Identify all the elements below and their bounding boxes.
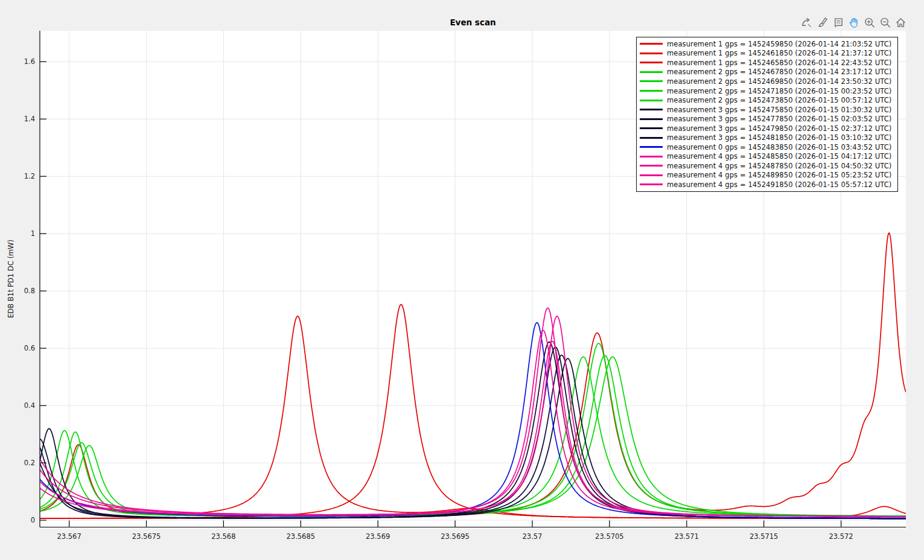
legend-label: measurement 3 gps = 1452475850 (2026-01-… xyxy=(667,106,891,114)
legend-label: measurement 1 gps = 1452465850 (2026-01-… xyxy=(667,59,891,67)
x-tick-label: 23.5685 xyxy=(287,532,316,541)
legend-swatch xyxy=(640,165,663,167)
data-tips-icon xyxy=(832,17,844,28)
legend-item: measurement 4 gps = 1452489850 (2026-01-… xyxy=(640,171,894,180)
y-tick-label: 0.6 xyxy=(24,344,35,352)
zoom-in-button[interactable] xyxy=(863,16,876,29)
legend-label: measurement 3 gps = 1452477850 (2026-01-… xyxy=(667,115,891,123)
legend-item: measurement 2 gps = 1452469850 (2026-01-… xyxy=(640,77,894,86)
x-tick-label: 23.569 xyxy=(366,532,390,541)
legend-label: measurement 1 gps = 1452459850 (2026-01-… xyxy=(667,40,891,48)
legend-label: measurement 2 gps = 1452471850 (2026-01-… xyxy=(667,87,891,95)
y-tick-label: 1.6 xyxy=(24,57,35,66)
y-axis-label: EDB B1t PD1 DC (mW) xyxy=(7,158,15,399)
legend-label: measurement 4 gps = 1452487850 (2026-01-… xyxy=(667,162,891,170)
legend-label: measurement 0 gps = 1452483850 (2026-01-… xyxy=(667,143,891,151)
x-tick-label: 23.571 xyxy=(675,532,699,541)
legend-label: measurement 4 gps = 1452491850 (2026-01-… xyxy=(667,180,891,189)
legend-item: measurement 1 gps = 1452465850 (2026-01-… xyxy=(640,58,894,68)
x-tick-label: 23.5715 xyxy=(750,532,779,541)
export-icon xyxy=(801,17,812,28)
y-tick-label: 1 xyxy=(31,229,35,238)
x-tick-label: 23.5675 xyxy=(132,532,161,541)
x-tick-label: 23.5695 xyxy=(441,532,470,541)
legend: measurement 1 gps = 1452459850 (2026-01-… xyxy=(636,37,898,192)
legend-item: measurement 4 gps = 1452491850 (2026-01-… xyxy=(640,180,894,189)
legend-label: measurement 4 gps = 1452489850 (2026-01-… xyxy=(667,171,891,179)
legend-item: measurement 1 gps = 1452459850 (2026-01-… xyxy=(640,39,894,49)
x-tick-label: 23.57 xyxy=(523,532,543,541)
legend-label: measurement 1 gps = 1452461850 (2026-01-… xyxy=(667,49,891,57)
legend-label: measurement 2 gps = 1452467850 (2026-01-… xyxy=(667,68,891,76)
legend-swatch xyxy=(640,80,663,82)
zoom-in-icon xyxy=(864,17,875,28)
legend-label: measurement 2 gps = 1452469850 (2026-01-… xyxy=(667,77,891,86)
y-tick-label: 1.2 xyxy=(24,172,35,180)
data-tips-button[interactable] xyxy=(832,16,844,29)
x-tick-label: 23.5705 xyxy=(595,532,624,541)
plot-toolbar xyxy=(800,16,907,29)
x-tick-label: 23.567 xyxy=(57,532,81,541)
legend-swatch xyxy=(640,127,663,129)
figure: 23.56723.567523.56823.568523.56923.56952… xyxy=(0,0,924,560)
export-button[interactable] xyxy=(800,16,813,29)
legend-item: measurement 2 gps = 1452467850 (2026-01-… xyxy=(640,68,894,77)
legend-swatch xyxy=(640,62,663,63)
legend-item: measurement 1 gps = 1452461850 (2026-01-… xyxy=(640,49,894,59)
y-tick-label: 1.4 xyxy=(24,115,35,123)
brush-button[interactable] xyxy=(816,16,829,29)
x-tick-label: 23.568 xyxy=(211,532,235,541)
legend-swatch xyxy=(640,118,663,120)
legend-swatch xyxy=(640,90,663,92)
legend-swatch xyxy=(640,183,663,185)
legend-swatch xyxy=(640,156,663,158)
legend-item: measurement 3 gps = 1452477850 (2026-01-… xyxy=(640,114,894,124)
zoom-out-icon xyxy=(879,17,891,28)
chart-title: Even scan xyxy=(40,18,906,27)
legend-item: measurement 3 gps = 1452481850 (2026-01-… xyxy=(640,133,894,142)
legend-label: measurement 3 gps = 1452481850 (2026-01-… xyxy=(667,133,891,142)
pan-icon xyxy=(848,17,859,28)
home-icon xyxy=(895,17,906,28)
legend-item: measurement 2 gps = 1452473850 (2026-01-… xyxy=(640,95,894,105)
legend-label: measurement 4 gps = 1452485850 (2026-01-… xyxy=(667,152,891,161)
legend-swatch xyxy=(640,109,663,110)
brush-icon xyxy=(817,17,828,28)
zoom-out-button[interactable] xyxy=(879,16,891,29)
legend-label: measurement 2 gps = 1452473850 (2026-01-… xyxy=(667,96,891,104)
legend-item: measurement 3 gps = 1452479850 (2026-01-… xyxy=(640,124,894,133)
x-tick-label: 23.572 xyxy=(829,532,853,541)
legend-swatch xyxy=(640,52,663,54)
legend-swatch xyxy=(640,43,663,45)
legend-label: measurement 3 gps = 1452479850 (2026-01-… xyxy=(667,124,891,133)
legend-item: measurement 3 gps = 1452475850 (2026-01-… xyxy=(640,105,894,115)
y-tick-label: 0.8 xyxy=(24,287,35,295)
legend-swatch xyxy=(640,137,663,139)
pan-button[interactable] xyxy=(847,16,860,29)
legend-swatch xyxy=(640,100,663,101)
legend-item: measurement 4 gps = 1452485850 (2026-01-… xyxy=(640,152,894,162)
legend-item: measurement 4 gps = 1452487850 (2026-01-… xyxy=(640,161,894,171)
y-tick-label: 0.4 xyxy=(24,401,35,410)
legend-item: measurement 0 gps = 1452483850 (2026-01-… xyxy=(640,142,894,152)
legend-item: measurement 2 gps = 1452471850 (2026-01-… xyxy=(640,86,894,96)
y-tick-label: 0.2 xyxy=(24,459,35,467)
y-tick-label: 0 xyxy=(31,516,35,524)
home-button[interactable] xyxy=(894,16,907,29)
legend-swatch xyxy=(640,71,663,73)
legend-swatch xyxy=(640,146,663,148)
legend-swatch xyxy=(640,174,663,176)
